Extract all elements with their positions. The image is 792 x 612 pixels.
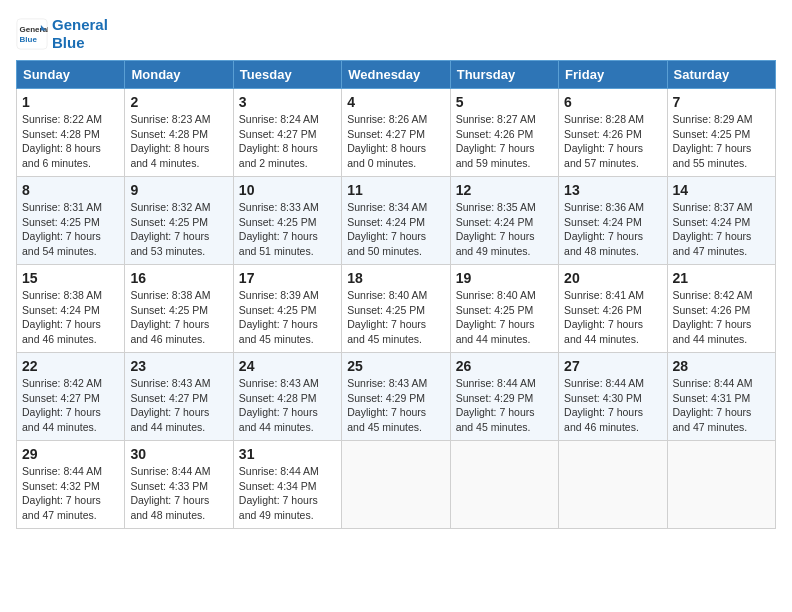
svg-text:Blue: Blue (20, 35, 38, 44)
day-number: 31 (239, 446, 336, 462)
cell-info: Sunrise: 8:43 AMSunset: 4:29 PMDaylight:… (347, 376, 444, 435)
cell-info: Sunrise: 8:38 AMSunset: 4:24 PMDaylight:… (22, 288, 119, 347)
header-friday: Friday (559, 61, 667, 89)
calendar-cell: 7Sunrise: 8:29 AMSunset: 4:25 PMDaylight… (667, 89, 775, 177)
calendar-cell: 12Sunrise: 8:35 AMSunset: 4:24 PMDayligh… (450, 177, 558, 265)
cell-info: Sunrise: 8:37 AMSunset: 4:24 PMDaylight:… (673, 200, 770, 259)
cell-info: Sunrise: 8:31 AMSunset: 4:25 PMDaylight:… (22, 200, 119, 259)
calendar-cell: 28Sunrise: 8:44 AMSunset: 4:31 PMDayligh… (667, 353, 775, 441)
header-monday: Monday (125, 61, 233, 89)
calendar-cell: 31Sunrise: 8:44 AMSunset: 4:34 PMDayligh… (233, 441, 341, 529)
cell-info: Sunrise: 8:40 AMSunset: 4:25 PMDaylight:… (347, 288, 444, 347)
calendar-cell: 2Sunrise: 8:23 AMSunset: 4:28 PMDaylight… (125, 89, 233, 177)
day-number: 28 (673, 358, 770, 374)
calendar-week-3: 15Sunrise: 8:38 AMSunset: 4:24 PMDayligh… (17, 265, 776, 353)
logo: General Blue General Blue (16, 16, 108, 52)
day-number: 25 (347, 358, 444, 374)
cell-info: Sunrise: 8:40 AMSunset: 4:25 PMDaylight:… (456, 288, 553, 347)
cell-info: Sunrise: 8:44 AMSunset: 4:29 PMDaylight:… (456, 376, 553, 435)
cell-info: Sunrise: 8:41 AMSunset: 4:26 PMDaylight:… (564, 288, 661, 347)
calendar-cell (342, 441, 450, 529)
day-number: 14 (673, 182, 770, 198)
calendar-cell: 13Sunrise: 8:36 AMSunset: 4:24 PMDayligh… (559, 177, 667, 265)
cell-info: Sunrise: 8:27 AMSunset: 4:26 PMDaylight:… (456, 112, 553, 171)
day-number: 17 (239, 270, 336, 286)
day-number: 27 (564, 358, 661, 374)
calendar-cell: 17Sunrise: 8:39 AMSunset: 4:25 PMDayligh… (233, 265, 341, 353)
header-thursday: Thursday (450, 61, 558, 89)
cell-info: Sunrise: 8:26 AMSunset: 4:27 PMDaylight:… (347, 112, 444, 171)
calendar-cell: 18Sunrise: 8:40 AMSunset: 4:25 PMDayligh… (342, 265, 450, 353)
cell-info: Sunrise: 8:44 AMSunset: 4:31 PMDaylight:… (673, 376, 770, 435)
day-number: 10 (239, 182, 336, 198)
calendar-week-4: 22Sunrise: 8:42 AMSunset: 4:27 PMDayligh… (17, 353, 776, 441)
header: General Blue General Blue (16, 16, 776, 52)
cell-info: Sunrise: 8:36 AMSunset: 4:24 PMDaylight:… (564, 200, 661, 259)
logo-icon: General Blue (16, 18, 48, 50)
day-number: 12 (456, 182, 553, 198)
day-number: 4 (347, 94, 444, 110)
cell-info: Sunrise: 8:42 AMSunset: 4:27 PMDaylight:… (22, 376, 119, 435)
cell-info: Sunrise: 8:44 AMSunset: 4:33 PMDaylight:… (130, 464, 227, 523)
calendar-cell: 15Sunrise: 8:38 AMSunset: 4:24 PMDayligh… (17, 265, 125, 353)
cell-info: Sunrise: 8:44 AMSunset: 4:30 PMDaylight:… (564, 376, 661, 435)
calendar-cell: 22Sunrise: 8:42 AMSunset: 4:27 PMDayligh… (17, 353, 125, 441)
day-number: 26 (456, 358, 553, 374)
cell-info: Sunrise: 8:38 AMSunset: 4:25 PMDaylight:… (130, 288, 227, 347)
calendar-cell: 4Sunrise: 8:26 AMSunset: 4:27 PMDaylight… (342, 89, 450, 177)
day-number: 13 (564, 182, 661, 198)
calendar-cell: 25Sunrise: 8:43 AMSunset: 4:29 PMDayligh… (342, 353, 450, 441)
calendar-cell (450, 441, 558, 529)
calendar-cell: 9Sunrise: 8:32 AMSunset: 4:25 PMDaylight… (125, 177, 233, 265)
cell-info: Sunrise: 8:32 AMSunset: 4:25 PMDaylight:… (130, 200, 227, 259)
day-number: 3 (239, 94, 336, 110)
day-number: 16 (130, 270, 227, 286)
day-number: 29 (22, 446, 119, 462)
calendar-cell: 24Sunrise: 8:43 AMSunset: 4:28 PMDayligh… (233, 353, 341, 441)
day-number: 2 (130, 94, 227, 110)
day-number: 23 (130, 358, 227, 374)
calendar-table: SundayMondayTuesdayWednesdayThursdayFrid… (16, 60, 776, 529)
logo-general: General (52, 16, 108, 34)
calendar-cell: 3Sunrise: 8:24 AMSunset: 4:27 PMDaylight… (233, 89, 341, 177)
calendar-cell: 8Sunrise: 8:31 AMSunset: 4:25 PMDaylight… (17, 177, 125, 265)
cell-info: Sunrise: 8:28 AMSunset: 4:26 PMDaylight:… (564, 112, 661, 171)
day-number: 20 (564, 270, 661, 286)
cell-info: Sunrise: 8:35 AMSunset: 4:24 PMDaylight:… (456, 200, 553, 259)
calendar-week-2: 8Sunrise: 8:31 AMSunset: 4:25 PMDaylight… (17, 177, 776, 265)
day-number: 6 (564, 94, 661, 110)
calendar-cell: 26Sunrise: 8:44 AMSunset: 4:29 PMDayligh… (450, 353, 558, 441)
calendar-cell (559, 441, 667, 529)
day-number: 15 (22, 270, 119, 286)
calendar-cell: 10Sunrise: 8:33 AMSunset: 4:25 PMDayligh… (233, 177, 341, 265)
calendar-header-row: SundayMondayTuesdayWednesdayThursdayFrid… (17, 61, 776, 89)
header-tuesday: Tuesday (233, 61, 341, 89)
calendar-cell: 1Sunrise: 8:22 AMSunset: 4:28 PMDaylight… (17, 89, 125, 177)
day-number: 7 (673, 94, 770, 110)
cell-info: Sunrise: 8:34 AMSunset: 4:24 PMDaylight:… (347, 200, 444, 259)
calendar-cell: 23Sunrise: 8:43 AMSunset: 4:27 PMDayligh… (125, 353, 233, 441)
day-number: 9 (130, 182, 227, 198)
calendar-cell: 29Sunrise: 8:44 AMSunset: 4:32 PMDayligh… (17, 441, 125, 529)
header-wednesday: Wednesday (342, 61, 450, 89)
day-number: 30 (130, 446, 227, 462)
calendar-cell: 6Sunrise: 8:28 AMSunset: 4:26 PMDaylight… (559, 89, 667, 177)
calendar-cell: 27Sunrise: 8:44 AMSunset: 4:30 PMDayligh… (559, 353, 667, 441)
cell-info: Sunrise: 8:22 AMSunset: 4:28 PMDaylight:… (22, 112, 119, 171)
day-number: 5 (456, 94, 553, 110)
day-number: 21 (673, 270, 770, 286)
day-number: 11 (347, 182, 444, 198)
calendar-cell: 30Sunrise: 8:44 AMSunset: 4:33 PMDayligh… (125, 441, 233, 529)
cell-info: Sunrise: 8:33 AMSunset: 4:25 PMDaylight:… (239, 200, 336, 259)
header-sunday: Sunday (17, 61, 125, 89)
cell-info: Sunrise: 8:39 AMSunset: 4:25 PMDaylight:… (239, 288, 336, 347)
logo-blue: Blue (52, 34, 108, 52)
calendar-cell: 5Sunrise: 8:27 AMSunset: 4:26 PMDaylight… (450, 89, 558, 177)
calendar-cell: 14Sunrise: 8:37 AMSunset: 4:24 PMDayligh… (667, 177, 775, 265)
day-number: 24 (239, 358, 336, 374)
cell-info: Sunrise: 8:24 AMSunset: 4:27 PMDaylight:… (239, 112, 336, 171)
calendar-cell: 16Sunrise: 8:38 AMSunset: 4:25 PMDayligh… (125, 265, 233, 353)
day-number: 18 (347, 270, 444, 286)
header-saturday: Saturday (667, 61, 775, 89)
calendar-cell: 11Sunrise: 8:34 AMSunset: 4:24 PMDayligh… (342, 177, 450, 265)
